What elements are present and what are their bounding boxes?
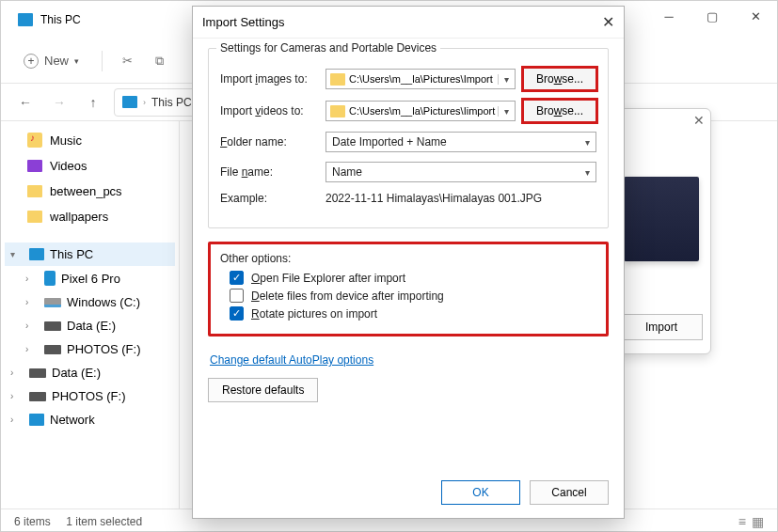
window-tab[interactable]: This PC bbox=[5, 8, 94, 32]
import-videos-path-input[interactable] bbox=[349, 102, 498, 120]
network-icon bbox=[29, 414, 44, 426]
group-title: Settings for Cameras and Portable Device… bbox=[216, 41, 440, 55]
status-selected: 1 item selected bbox=[66, 515, 142, 528]
import-images-path-combo[interactable]: ▾ bbox=[325, 69, 516, 89]
forward-button[interactable]: → bbox=[46, 89, 72, 116]
breadcrumb: This PC bbox=[151, 96, 192, 109]
video-icon bbox=[27, 160, 42, 172]
ok-button[interactable]: OK bbox=[441, 480, 520, 505]
file-name-combo[interactable]: Name ▾ bbox=[325, 162, 596, 182]
sidebar-item-label: PHOTOS (F:) bbox=[52, 389, 125, 403]
plus-icon: + bbox=[24, 54, 39, 69]
checkbox-icon bbox=[230, 289, 244, 303]
checkbox-label: Delete files from device after importing bbox=[251, 289, 444, 303]
minimize-button[interactable]: ─ bbox=[647, 1, 691, 31]
drive-icon bbox=[44, 298, 61, 307]
phone-icon bbox=[44, 271, 56, 286]
sidebar-item-label: This PC bbox=[50, 247, 93, 261]
details-view-icon[interactable]: ≡ bbox=[738, 514, 746, 529]
this-pc-icon bbox=[18, 13, 33, 26]
tree-windows-c[interactable]: ›Windows (C:) bbox=[5, 290, 175, 314]
chevron-down-icon: ▾ bbox=[10, 249, 24, 259]
example-value: 2022-11-11 Himalayas\Himalayas 001.JPG bbox=[325, 192, 596, 205]
tree-photos-f-2[interactable]: ›PHOTOS (F:) bbox=[5, 384, 175, 408]
music-icon bbox=[27, 133, 42, 148]
example-label: Example: bbox=[220, 192, 318, 205]
browse-videos-button[interactable]: Browse... bbox=[523, 100, 596, 122]
autoplay-link[interactable]: Change default AutoPlay options bbox=[210, 353, 373, 367]
cut-icon[interactable]: ✂ bbox=[119, 54, 135, 69]
import-videos-path-combo[interactable]: ▾ bbox=[325, 101, 516, 121]
chevron-down-icon: ▾ bbox=[585, 167, 590, 178]
chevron-right-icon: › bbox=[25, 274, 39, 284]
import-button[interactable]: Import bbox=[620, 314, 703, 340]
sidebar-item-label: PHOTOS (F:) bbox=[67, 342, 140, 356]
other-options-title: Other options: bbox=[220, 252, 596, 265]
checkbox-icon: ✓ bbox=[230, 306, 244, 321]
tree-data-e-2[interactable]: ›Data (E:) bbox=[5, 361, 175, 384]
import-videos-label: Import videos to: bbox=[220, 104, 318, 117]
restore-defaults-button[interactable]: Restore defaults bbox=[208, 378, 318, 402]
up-button[interactable]: ↑ bbox=[80, 89, 106, 116]
tree-this-pc[interactable]: ▾This PC bbox=[5, 243, 175, 266]
quick-videos[interactable]: Videos bbox=[5, 153, 175, 179]
folder-name-combo[interactable]: Date Imported + Name ▾ bbox=[325, 132, 596, 152]
file-name-value: Name bbox=[332, 165, 362, 179]
open-explorer-checkbox[interactable]: ✓ Open File Explorer after import bbox=[230, 271, 596, 285]
chevron-right-icon: › bbox=[10, 415, 24, 425]
preview-thumbnail bbox=[624, 177, 699, 261]
delete-files-checkbox[interactable]: Delete files from device after importing bbox=[230, 289, 596, 303]
import-images-path-input[interactable] bbox=[349, 70, 498, 88]
tiles-view-icon[interactable]: ▦ bbox=[752, 514, 764, 529]
chevron-right-icon: › bbox=[25, 297, 39, 307]
other-options-group: Other options: ✓ Open File Explorer afte… bbox=[208, 242, 609, 336]
tree-pixel[interactable]: ›Pixel 6 Pro bbox=[5, 266, 175, 290]
folder-name-value: Date Imported + Name bbox=[332, 135, 447, 149]
chevron-right-icon: › bbox=[25, 344, 39, 354]
sidebar-item-label: Network bbox=[50, 413, 95, 427]
tree-network[interactable]: ›Network bbox=[5, 408, 175, 431]
settings-group: Settings for Cameras and Portable Device… bbox=[208, 48, 609, 228]
import-settings-dialog: Import Settings ✕ Settings for Cameras a… bbox=[192, 6, 625, 519]
sidebar-item-label: Data (E:) bbox=[67, 319, 116, 333]
browse-images-button[interactable]: Browse... bbox=[523, 68, 596, 90]
maximize-button[interactable]: ▢ bbox=[691, 1, 734, 31]
this-pc-icon bbox=[29, 248, 44, 260]
this-pc-icon bbox=[122, 96, 137, 108]
chevron-down-icon[interactable]: ▾ bbox=[498, 106, 515, 117]
tree-photos-f[interactable]: ›PHOTOS (F:) bbox=[5, 337, 175, 361]
tree-data-e[interactable]: ›Data (E:) bbox=[5, 314, 175, 337]
rotate-pictures-checkbox[interactable]: ✓ Rotate pictures on import bbox=[230, 306, 596, 321]
quick-wallpapers[interactable]: wallpapers bbox=[5, 204, 175, 229]
chevron-right-icon: › bbox=[10, 368, 24, 378]
close-button[interactable]: ✕ bbox=[734, 1, 777, 31]
close-icon[interactable]: ✕ bbox=[693, 113, 705, 128]
import-popup: ✕ Import bbox=[610, 108, 711, 354]
sidebar-item-label: Music bbox=[50, 133, 82, 148]
dialog-title: Import Settings bbox=[202, 15, 284, 29]
cancel-button[interactable]: Cancel bbox=[530, 480, 609, 505]
quick-music[interactable]: Music bbox=[5, 127, 175, 153]
drive-icon bbox=[29, 368, 46, 378]
close-icon[interactable]: ✕ bbox=[602, 13, 614, 31]
address-bar[interactable]: › This PC bbox=[114, 88, 200, 117]
chevron-down-icon: ▾ bbox=[74, 56, 79, 66]
sidebar-item-label: Windows (C:) bbox=[67, 295, 140, 309]
tab-title: This PC bbox=[40, 13, 81, 26]
quick-between-pcs[interactable]: between_pcs bbox=[5, 179, 175, 204]
checkbox-label: Rotate pictures on import bbox=[251, 307, 377, 321]
checkbox-icon: ✓ bbox=[230, 271, 244, 285]
new-button[interactable]: + New ▾ bbox=[18, 53, 85, 70]
chevron-right-icon: › bbox=[10, 391, 24, 401]
chevron-down-icon[interactable]: ▾ bbox=[498, 74, 515, 85]
sidebar-item-label: Data (E:) bbox=[52, 366, 101, 380]
import-images-label: Import images to: bbox=[220, 72, 318, 86]
drive-icon bbox=[44, 345, 61, 354]
copy-icon[interactable]: ⧉ bbox=[151, 54, 167, 69]
chevron-down-icon: ▾ bbox=[585, 137, 590, 148]
folder-name-label: Folder name: bbox=[220, 135, 318, 149]
folder-icon bbox=[330, 73, 345, 86]
sidebar-item-label: Videos bbox=[50, 159, 87, 173]
back-button[interactable]: ← bbox=[12, 89, 39, 116]
sidebar: Music Videos between_pcs wallpapers ▾Thi… bbox=[1, 121, 180, 509]
